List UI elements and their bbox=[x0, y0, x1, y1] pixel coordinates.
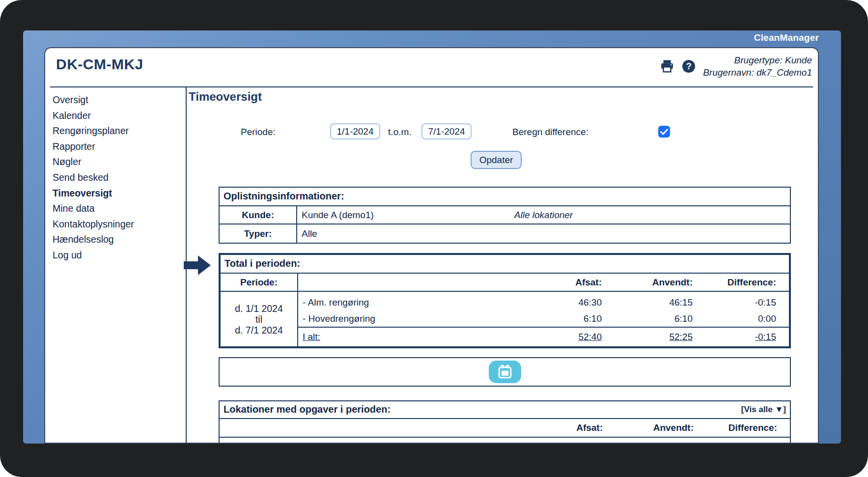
period-range-cell: d. 1/1 2024 til d. 7/1 2024 bbox=[221, 292, 298, 346]
calendar-button[interactable] bbox=[489, 361, 521, 383]
typer-value-cell: Alle bbox=[297, 224, 790, 243]
sidebar: Oversigt Kalender Rengøringsplaner Rappo… bbox=[45, 87, 187, 444]
beregn-difference-checkbox[interactable] bbox=[658, 126, 670, 138]
usertype-label: Brugertype: Kunde bbox=[703, 54, 812, 66]
table-row: - Hovedrengøring 6:10 6:10 0:00 bbox=[298, 310, 789, 327]
page-title: Timeoversigt bbox=[189, 90, 262, 104]
difference-value: -0:15 bbox=[693, 297, 776, 308]
location-row: Lok 3, Nyborgvej 4 bbox=[220, 438, 790, 444]
period-to-input[interactable] bbox=[421, 123, 472, 140]
username-label: Brugernavn: dk7_Cdemo1 bbox=[703, 66, 812, 79]
vis-alle-toggle[interactable]: [Vis alle ▼] bbox=[741, 405, 786, 415]
table-row: Kunde: Kunde A (demo1) Alle lokationer bbox=[220, 206, 790, 224]
sidebar-item-mine-data[interactable]: Mine data bbox=[53, 201, 186, 217]
beregn-difference-label: Beregn difference: bbox=[512, 127, 588, 138]
afsat-column-header: Afsat: bbox=[528, 277, 602, 288]
main-content: Timeoversigt Periode: t.o.m. Beregn diff… bbox=[187, 87, 818, 444]
info-table: Oplistningsinformationer: Kunde: Kunde A… bbox=[219, 187, 791, 244]
info-table-title: Oplistningsinformationer: bbox=[220, 188, 790, 206]
locations-table-titlebar: Lokationer med opgaver i perioden: [Vis … bbox=[220, 401, 790, 419]
table-row: - Alm. rengøring 46:30 46:15 -0:15 bbox=[298, 294, 789, 310]
sidebar-item-rengoringsplaner[interactable]: Rengøringsplaner bbox=[53, 123, 186, 139]
brand-logo: CleanManager bbox=[754, 32, 819, 43]
background-panel: CleanManager DK-CM-MKJ ? bbox=[23, 30, 841, 444]
anvendt-total: 52:25 bbox=[669, 332, 693, 342]
period-from-input[interactable] bbox=[330, 123, 380, 140]
user-info: Brugertype: Kunde Brugernavn: dk7_Cdemo1 bbox=[703, 54, 812, 79]
anvendt-value: 46:15 bbox=[602, 297, 693, 308]
arrow-right-icon bbox=[184, 254, 211, 279]
check-icon bbox=[660, 129, 668, 135]
total-table-body: d. 1/1 2024 til d. 7/1 2024 - Alm. rengø… bbox=[221, 292, 789, 346]
printer-icon[interactable] bbox=[660, 59, 674, 73]
window-frame: CleanManager DK-CM-MKJ ? bbox=[0, 0, 868, 477]
anvendt-column-header: Anvendt: bbox=[602, 277, 693, 288]
locations-table-header: Afsat: Anvendt: Difference: bbox=[220, 419, 790, 438]
total-table-header: Periode: Afsat: Anvendt: Difference: bbox=[221, 274, 789, 292]
task-type: - Alm. rengøring bbox=[298, 297, 528, 308]
alle-lokationer-label: Alle lokationer bbox=[297, 210, 790, 221]
content-card: DK-CM-MKJ ? Brugertype: Kunde Brugerna bbox=[44, 47, 819, 444]
sidebar-item-kontaktoplysninger[interactable]: Kontaktoplysninger bbox=[53, 217, 186, 232]
afsat-total: 52:40 bbox=[578, 332, 602, 342]
afsat-value: 6:10 bbox=[528, 313, 602, 324]
anvendt-column-header: Anvendt: bbox=[603, 422, 694, 433]
opdater-button[interactable]: Opdater bbox=[471, 151, 522, 169]
ialt-label: I alt: bbox=[303, 332, 320, 342]
sidebar-item-send-besked[interactable]: Send besked bbox=[53, 170, 186, 186]
locations-table-title: Lokationer med opgaver i perioden: bbox=[224, 404, 391, 415]
period-til: til bbox=[255, 314, 262, 325]
difference-column-header: Difference: bbox=[693, 277, 776, 288]
sidebar-item-log-ud[interactable]: Log ud bbox=[53, 248, 186, 263]
calendar-bar bbox=[219, 357, 791, 387]
afsat-value: 46:30 bbox=[528, 297, 602, 308]
total-row: I alt: 52:40 52:25 -0:15 bbox=[298, 327, 789, 346]
header-right: ? Brugertype: Kunde Brugernavn: dk7_Cdem… bbox=[660, 54, 812, 79]
table-row: Typer: Alle bbox=[220, 224, 790, 243]
total-table-title: Total i perioden: bbox=[221, 255, 789, 274]
task-type: - Hovedrengøring bbox=[298, 313, 528, 324]
tom-label: t.o.m. bbox=[388, 127, 412, 138]
difference-total: -0:15 bbox=[755, 332, 776, 342]
typer-value: Alle bbox=[302, 228, 317, 239]
locations-table: Lokationer med opgaver i perioden: [Vis … bbox=[219, 400, 791, 444]
difference-value: 0:00 bbox=[693, 313, 776, 324]
app-title: DK-CM-MKJ bbox=[56, 56, 143, 73]
period-to: d. 7/1 2024 bbox=[235, 325, 283, 336]
anvendt-value: 6:10 bbox=[602, 313, 693, 324]
period-from: d. 1/1 2024 bbox=[235, 303, 283, 314]
card-header: DK-CM-MKJ ? Brugertype: Kunde Brugerna bbox=[50, 48, 813, 87]
sidebar-item-kalender[interactable]: Kalender bbox=[53, 108, 186, 124]
periode-column-header: Periode: bbox=[221, 274, 298, 291]
kunde-label: Kunde: bbox=[220, 206, 297, 224]
typer-label: Typer: bbox=[220, 224, 297, 243]
kunde-value-cell: Kunde A (demo1) Alle lokationer bbox=[297, 206, 790, 224]
sidebar-item-nogler[interactable]: Nøgler bbox=[53, 154, 186, 170]
sidebar-item-rapporter[interactable]: Rapporter bbox=[53, 139, 186, 155]
afsat-column-header: Afsat: bbox=[529, 422, 603, 433]
sidebar-item-timeoversigt[interactable]: Timeoversigt bbox=[53, 186, 186, 201]
sidebar-item-haendelseslog[interactable]: Hændelseslog bbox=[53, 232, 186, 248]
card-body: Oversigt Kalender Rengøringsplaner Rappo… bbox=[45, 87, 818, 444]
calendar-icon bbox=[496, 363, 514, 381]
total-table: Total i perioden: Periode: Afsat: Anvend… bbox=[219, 253, 791, 348]
help-icon[interactable]: ? bbox=[682, 60, 695, 73]
periode-label: Periode: bbox=[241, 127, 276, 138]
sidebar-item-oversigt[interactable]: Oversigt bbox=[53, 92, 186, 108]
difference-column-header: Difference: bbox=[694, 422, 777, 433]
